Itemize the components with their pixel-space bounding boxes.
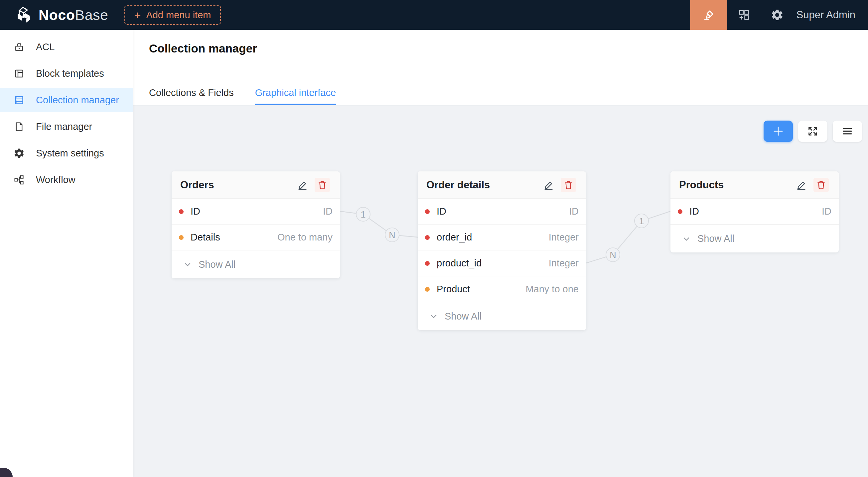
field-name: Product [437, 284, 525, 295]
sidebar-item-label: System settings [36, 148, 104, 159]
chevron-down-icon [429, 312, 438, 321]
collection-list-button[interactable] [833, 121, 862, 142]
field-type: ID [323, 206, 333, 217]
entity-title: Products [679, 179, 795, 191]
cardinality-badge: 1 [356, 207, 370, 221]
tab-bar: Collections & Fields Graphical interface [149, 88, 868, 105]
graph-canvas[interactable]: 1 N N 1 Orders [133, 106, 868, 477]
trash-icon [317, 179, 328, 191]
primary-key-dot [425, 209, 430, 214]
field-row[interactable]: order_id Integer [418, 225, 586, 250]
plus-icon [771, 124, 785, 138]
entity-card-orders[interactable]: Orders ID ID [172, 171, 340, 278]
plugins-button[interactable] [727, 0, 761, 30]
page-header: Collection manager Collections & Fields … [133, 30, 868, 106]
lock-icon [13, 41, 25, 53]
entity-card-order-details[interactable]: Order details ID ID [418, 171, 586, 330]
svg-text:N: N [389, 230, 396, 240]
field-type: One to many [277, 232, 333, 243]
fullscreen-icon [806, 125, 819, 138]
delete-collection-button[interactable] [813, 178, 829, 192]
primary-key-dot [179, 209, 184, 214]
sidebar-item-system-settings[interactable]: System settings [0, 141, 133, 165]
pen-icon [542, 179, 555, 191]
show-all-label: Show All [698, 233, 734, 244]
primary-key-dot [678, 209, 682, 214]
connection-line [586, 211, 671, 263]
sidebar-item-label: Collection manager [36, 95, 119, 106]
sidebar-item-block-templates[interactable]: Block templates [0, 62, 133, 86]
field-row[interactable]: ID ID [418, 199, 586, 225]
nocobase-logo[interactable]: NocoBase [15, 6, 108, 24]
field-type: ID [822, 206, 831, 217]
chevron-down-icon [682, 234, 691, 243]
add-collection-button[interactable] [764, 121, 793, 142]
relation-dot [179, 235, 184, 240]
pen-icon [296, 179, 309, 191]
sidebar-item-label: ACL [36, 41, 55, 53]
edit-collection-button[interactable] [296, 178, 309, 192]
add-menu-item-button[interactable]: + Add menu item [124, 5, 221, 25]
field-name: ID [689, 206, 822, 217]
entity-card-products[interactable]: Products ID ID [671, 171, 839, 252]
edit-collection-button[interactable] [542, 178, 555, 192]
field-name: ID [437, 206, 569, 217]
foreign-key-dot [425, 261, 430, 266]
tab-collections-fields[interactable]: Collections & Fields [149, 88, 234, 105]
gear-icon [771, 8, 784, 22]
cardinality-badge: 1 [634, 214, 649, 228]
cardinality-badge: N [606, 248, 620, 262]
entity-header: Products [671, 171, 839, 199]
add-menu-item-label: Add menu item [146, 10, 211, 21]
hamburger-icon [841, 125, 854, 138]
sidebar-item-file-manager[interactable]: File manager [0, 114, 133, 139]
file-icon [13, 121, 25, 133]
show-all-button[interactable]: Show All [172, 250, 340, 278]
sidebar-item-label: Workflow [36, 174, 75, 185]
trash-icon [815, 179, 827, 191]
tab-graphical-interface[interactable]: Graphical interface [255, 88, 336, 105]
top-navbar: NocoBase + Add menu item Super Admin [0, 0, 868, 30]
field-row[interactable]: Product Many to one [418, 276, 586, 302]
field-name: product_id [437, 258, 549, 269]
edit-collection-button[interactable] [795, 178, 808, 192]
field-row[interactable]: product_id Integer [418, 250, 586, 276]
cube-icon [15, 6, 34, 24]
svg-text:1: 1 [639, 216, 644, 226]
pen-icon [795, 179, 808, 191]
entity-header: Order details [418, 171, 586, 199]
user-menu[interactable]: Super Admin [797, 9, 856, 21]
sidebar-item-acl[interactable]: ACL [0, 35, 133, 59]
svg-text:N: N [610, 250, 616, 260]
plugins-icon [737, 8, 751, 22]
field-type: Many to one [525, 284, 579, 295]
delete-collection-button[interactable] [315, 178, 330, 192]
svg-text:1: 1 [361, 210, 366, 219]
field-name: ID [191, 206, 323, 217]
trash-icon [563, 179, 574, 191]
show-all-label: Show All [198, 259, 236, 270]
show-all-label: Show All [445, 311, 482, 322]
brand-text: NocoBase [38, 7, 108, 23]
sidebar-item-label: File manager [36, 121, 92, 132]
workflow-icon [13, 174, 25, 186]
show-all-button[interactable]: Show All [671, 225, 839, 252]
sidebar-item-collection-manager[interactable]: Collection manager [0, 88, 133, 112]
chevron-down-icon [183, 260, 192, 269]
entity-title: Order details [426, 179, 542, 191]
graph-toolbar [764, 121, 862, 142]
settings-button[interactable] [761, 0, 794, 30]
cardinality-badge: N [385, 228, 399, 242]
database-icon [13, 94, 25, 106]
field-type: Integer [549, 232, 579, 243]
show-all-button[interactable]: Show All [418, 302, 586, 330]
field-row[interactable]: Details One to many [172, 225, 340, 250]
fullscreen-button[interactable] [798, 121, 828, 142]
field-row[interactable]: ID ID [172, 199, 340, 225]
field-row[interactable]: ID ID [671, 199, 839, 225]
delete-collection-button[interactable] [561, 178, 576, 192]
sidebar-item-workflow[interactable]: Workflow [0, 168, 133, 192]
plus-icon: + [134, 9, 141, 21]
page-title: Collection manager [149, 42, 868, 55]
designer-mode-button[interactable] [690, 0, 727, 30]
